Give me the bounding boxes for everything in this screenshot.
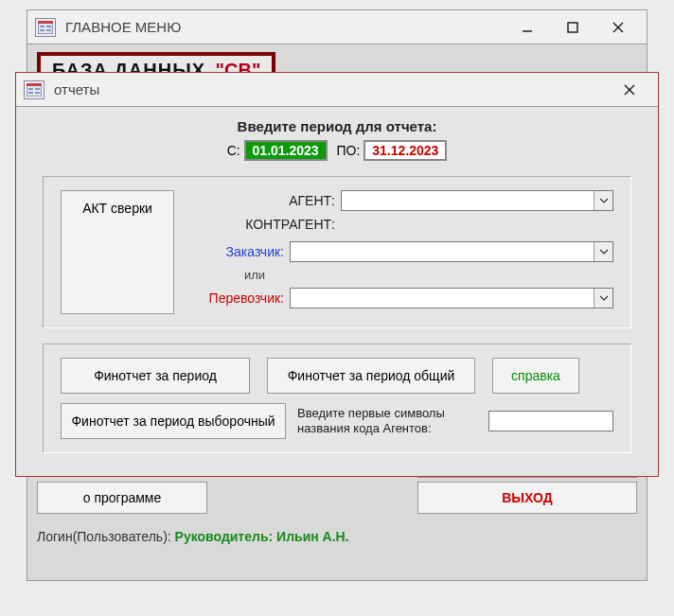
finreport-section: Финотчет за период Финотчет за период об… [43, 343, 631, 453]
close-button[interactable] [603, 15, 633, 40]
svg-rect-15 [35, 92, 40, 94]
svg-rect-4 [46, 26, 51, 27]
main-titlebar: ГЛАВНОЕ МЕНЮ [27, 10, 647, 44]
to-label: ПО: [337, 143, 361, 158]
main-title: ГЛАВНОЕ МЕНЮ [65, 19, 512, 35]
period-prompt: Введите период для отчета: [43, 118, 631, 134]
chevron-down-icon [594, 191, 612, 210]
perevozchik-label: Перевозчик: [193, 290, 284, 306]
akt-sverki-button[interactable]: АКТ сверки [61, 190, 174, 314]
form-icon [24, 80, 44, 99]
zakazchik-combo[interactable] [290, 241, 613, 262]
fin-selective-button[interactable]: Финотчет за период выборочный [61, 403, 286, 439]
svg-rect-5 [46, 29, 51, 31]
minimize-button[interactable] [512, 15, 542, 40]
parties-section: АКТ сверки АГЕНТ: КОНТРАГЕНТ: Заказчик: [43, 176, 631, 328]
help-button[interactable]: справка [492, 358, 579, 394]
svg-rect-12 [28, 88, 33, 90]
exit-button[interactable]: ВЫХОД [417, 482, 637, 514]
form-icon [35, 18, 56, 37]
zakazchik-label: Заказчик: [193, 244, 284, 259]
login-value: Руководитель: Ильин А.Н. [175, 529, 349, 544]
about-button[interactable]: о программе [37, 482, 207, 514]
chevron-down-icon [594, 242, 612, 261]
reports-window: отчеты Введите период для отчета: С: 01.… [15, 72, 659, 477]
perevozchik-combo[interactable] [290, 288, 613, 308]
fin-period-total-button[interactable]: Финотчет за период общий [267, 358, 475, 394]
from-date-input[interactable]: 01.01.2023 [244, 140, 328, 161]
chevron-down-icon [594, 289, 612, 308]
maximize-button[interactable] [558, 15, 588, 40]
agent-combo[interactable] [341, 190, 613, 211]
svg-rect-11 [27, 83, 42, 86]
svg-rect-7 [568, 23, 577, 32]
fin-period-button[interactable]: Финотчет за период [61, 358, 250, 394]
kontragent-label: КОНТРАГЕНТ: [193, 217, 335, 232]
svg-rect-1 [38, 21, 53, 24]
agent-code-input[interactable] [488, 411, 613, 431]
agent-code-prompt: Введите первые символы названия кода Аге… [297, 406, 477, 437]
from-label: С: [227, 143, 240, 158]
to-date-input[interactable]: 31.12.2023 [364, 140, 447, 161]
login-label: Логин(Пользователь): [37, 529, 171, 544]
reports-title: отчеты [54, 81, 614, 97]
close-button[interactable] [614, 78, 645, 102]
svg-rect-13 [28, 92, 33, 94]
reports-titlebar: отчеты [16, 73, 658, 107]
login-line: Логин(Пользователь): Руководитель: Ильин… [37, 529, 637, 544]
or-label: или [244, 268, 265, 282]
svg-rect-2 [40, 26, 44, 27]
svg-rect-3 [40, 29, 44, 31]
agent-label: АГЕНТ: [193, 193, 335, 208]
svg-rect-14 [35, 88, 40, 90]
